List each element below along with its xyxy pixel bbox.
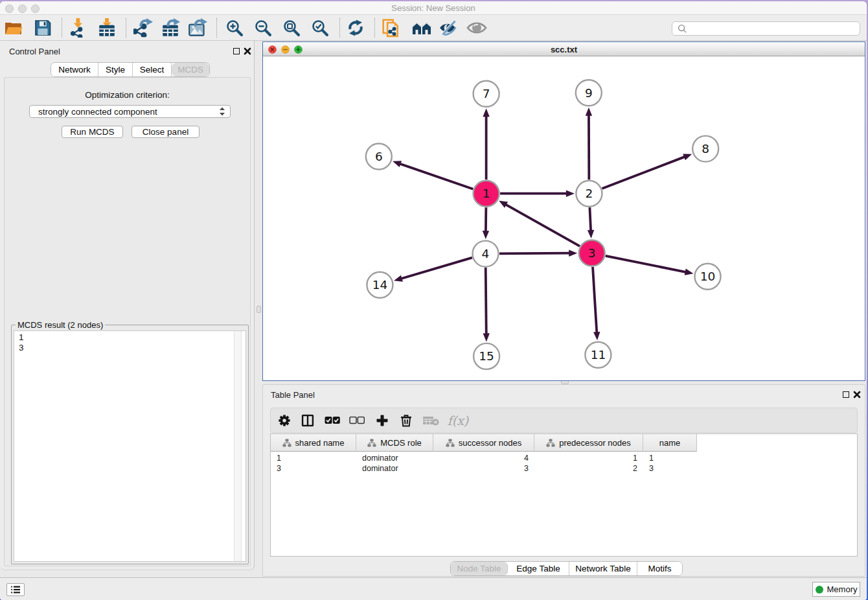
criterion-select[interactable]: strongly connected component <box>29 105 231 118</box>
homes-button[interactable] <box>409 17 435 39</box>
show-all-button[interactable] <box>464 17 490 39</box>
export-table-icon <box>161 18 180 38</box>
table-cell[interactable]: 4 <box>433 453 529 463</box>
table-cell[interactable]: 1 <box>277 453 356 463</box>
table-cell[interactable]: 3 <box>433 463 529 474</box>
table-cell[interactable]: 3 <box>277 463 356 474</box>
unchecked-boxes-icon[interactable] <box>349 416 365 424</box>
graph-arrowhead <box>569 250 577 257</box>
graph-node-label: 6 <box>375 150 383 163</box>
table-cell[interactable]: 2 <box>534 463 637 474</box>
tab-motifs[interactable]: Motifs <box>637 562 682 575</box>
columns-icon[interactable] <box>302 414 314 426</box>
graph-edge-3-10[interactable] <box>606 256 687 272</box>
apply-layout-button[interactable] <box>343 17 369 39</box>
table-cell[interactable]: 3 <box>649 463 697 474</box>
graph-edge-4-14[interactable] <box>401 258 472 279</box>
tab-network[interactable]: Network <box>51 63 98 76</box>
mcds-pane: Optimization criterion: strongly connect… <box>4 77 251 566</box>
graph-arrowhead <box>593 332 600 340</box>
graph-edge-2-8[interactable] <box>602 157 685 189</box>
mcds-result-values: 1 3 <box>19 332 24 353</box>
panel-divider-grip[interactable] <box>257 306 261 313</box>
hide-selected-button[interactable] <box>436 17 462 39</box>
table-cell[interactable]: 1 <box>649 453 697 463</box>
column-type-icon <box>546 439 555 447</box>
open-session-button[interactable] <box>1 17 27 39</box>
network-canvas[interactable]: 7968124314101511 <box>263 56 865 380</box>
graph-edge-3-1[interactable] <box>505 204 580 246</box>
close-panel-button[interactable]: Close panel <box>131 126 200 138</box>
control-panel-header: Control Panel <box>0 41 254 62</box>
tab-select[interactable]: Select <box>133 63 172 76</box>
graph-arrowhead <box>566 190 575 197</box>
trash-icon[interactable] <box>400 414 412 427</box>
show-all-icon <box>466 19 487 37</box>
main-area: Control Panel NetworkStyleSelectMCDS Opt… <box>0 41 867 577</box>
table-close-icon[interactable] <box>853 391 861 398</box>
column-header-name[interactable]: name <box>643 434 697 452</box>
gear-icon[interactable] <box>278 414 291 427</box>
tab-edge-table[interactable]: Edge Table <box>508 562 569 575</box>
graph-arrowhead <box>588 230 594 238</box>
node-table: shared nameMCDS rolesuccessor nodesprede… <box>270 433 858 557</box>
table-cell[interactable]: 1 <box>534 453 637 463</box>
column-type-icon <box>367 439 376 447</box>
checked-boxes-icon[interactable] <box>325 416 340 424</box>
documents-share-icon <box>382 18 401 38</box>
memory-label: Memory <box>827 584 858 594</box>
graph-edge-4-3[interactable] <box>499 253 570 254</box>
graph-edge-4-15[interactable] <box>486 268 486 334</box>
delete-table-icon[interactable] <box>422 415 439 426</box>
task-history-button[interactable] <box>6 583 25 596</box>
hide-selected-icon <box>439 19 459 37</box>
zoom-out-button[interactable] <box>250 17 276 39</box>
column-type-icon <box>282 439 291 447</box>
result-scrollbar[interactable] <box>234 331 242 561</box>
import-table-icon <box>97 18 117 38</box>
function-icon: f(x) <box>448 413 469 428</box>
export-table-button[interactable] <box>157 17 183 39</box>
graph-edge-2-3[interactable] <box>589 207 591 231</box>
search-input[interactable] <box>687 23 860 34</box>
graph-edge-3-11[interactable] <box>593 267 597 333</box>
float-panel-icon[interactable] <box>233 48 240 54</box>
save-session-button[interactable] <box>30 17 56 39</box>
run-mcds-button[interactable]: Run MCDS <box>62 126 123 138</box>
first-neighbors-button[interactable] <box>378 17 404 39</box>
select-chevrons-icon <box>219 107 225 116</box>
mcds-result-area[interactable]: 1 3 <box>14 330 246 562</box>
export-image-button[interactable] <box>185 17 211 39</box>
table-panel-header: Table Panel <box>263 385 865 406</box>
graph-node-label: 7 <box>483 87 490 100</box>
close-panel-icon[interactable] <box>244 47 251 55</box>
table-cell[interactable]: dominator <box>362 463 433 474</box>
zoom-in-button[interactable] <box>222 17 247 39</box>
table-panel-tabs: Node TableEdge TableNetwork TableMotifs <box>450 561 683 576</box>
column-header-successor-nodes[interactable]: successor nodes <box>433 434 534 452</box>
tab-mcds[interactable]: MCDS <box>172 63 209 76</box>
zoom-selected-button[interactable] <box>307 17 333 39</box>
column-header-predecessor-nodes[interactable]: predecessor nodes <box>534 434 643 452</box>
graph-node-label: 2 <box>586 187 593 200</box>
zoom-fit-button[interactable] <box>279 17 304 39</box>
plus-icon[interactable] <box>376 414 389 426</box>
tab-node-table[interactable]: Node Table <box>451 562 508 575</box>
export-network-button[interactable] <box>130 17 156 39</box>
tab-style[interactable]: Style <box>98 63 133 76</box>
toolbar-separator <box>216 18 217 38</box>
network-window-title: scc.txt <box>263 45 865 54</box>
open-folder-icon <box>4 19 23 37</box>
memory-button[interactable]: Memory <box>812 582 860 597</box>
graph-arrowhead <box>685 269 694 275</box>
column-header-shared-name[interactable]: shared name <box>271 434 356 452</box>
mcds-result-title: MCDS result (2 nodes) <box>16 320 105 330</box>
graph-edge-1-6[interactable] <box>399 163 473 189</box>
import-table-button[interactable] <box>94 17 120 39</box>
tab-network-table[interactable]: Network Table <box>569 562 637 575</box>
import-network-button[interactable] <box>66 17 92 39</box>
table-cell[interactable]: dominator <box>362 453 433 463</box>
column-header-MCDS-role[interactable]: MCDS role <box>356 434 433 452</box>
table-panel: Table Panel <box>262 384 865 577</box>
table-float-icon[interactable] <box>843 391 849 398</box>
